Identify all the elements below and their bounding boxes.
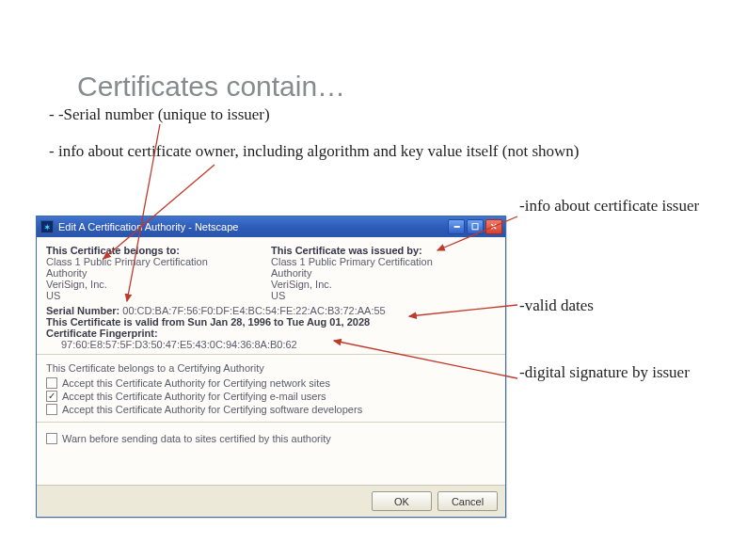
ok-button[interactable]: OK [372,491,432,511]
issued-by-header: This Certificate was issued by: [271,245,496,256]
cert-org: VeriSign, Inc. [46,279,271,290]
cert-country: US [46,290,271,301]
checkbox-icon[interactable] [46,404,57,415]
fingerprint-value: 97:60:E8:57:5F:D3:50:47:E5:43:0C:94:36:8… [46,339,496,350]
dialog-titlebar: ✶ Edit A Certification Authority - Netsc… [37,216,505,237]
cancel-button[interactable]: Cancel [437,491,498,511]
checkbox-label: Accept this Certificate Authority for Ce… [62,377,330,389]
issuer-name-line1: Class 1 Public Primary Certification [271,256,496,267]
checkbox-row-network[interactable]: Accept this Certificate Authority for Ce… [46,376,496,390]
warn-section: Warn before sending data to sites certif… [37,423,505,485]
belongs-to-header: This Certificate belongs to: [46,245,271,256]
serial-label: Serial Number: [46,305,119,316]
bullet-serial: - -Serial number (unique to issuer) [49,105,270,124]
checkbox-row-warn[interactable]: Warn before sending data to sites certif… [46,432,496,445]
checkbox-label: Accept this Certificate Authority for Ce… [62,404,362,415]
issued-by-column: This Certificate was issued by: Class 1 … [271,245,496,301]
cert-authority-dialog: ✶ Edit A Certification Authority - Netsc… [36,216,506,518]
issuer-name-line2: Authority [271,267,496,279]
serial-row: Serial Number: 00:CD:BA:7F:56:F0:DF:E4:B… [46,305,496,316]
cert-details-section: This Certificate belongs to: Class 1 Pub… [37,237,505,355]
issuer-org: VeriSign, Inc. [271,279,496,290]
checkbox-icon[interactable] [46,433,57,444]
label-digital-signature: -digital signature by issuer [519,362,707,384]
maximize-button[interactable]: ☐ [467,219,484,234]
slide-title: Certificates contain… [77,71,345,103]
bullet-owner-info: - info about certificate owner, includin… [49,139,689,164]
label-valid-dates: -valid dates [519,296,594,315]
cert-name-line2: Authority [46,267,271,279]
belongs-to-column: This Certificate belongs to: Class 1 Pub… [46,245,271,301]
label-issuer-info: -info about certificate issuer [519,196,703,217]
checkbox-label: Warn before sending data to sites certif… [62,433,331,444]
checkbox-row-email[interactable]: Accept this Certificate Authority for Ce… [46,390,496,403]
checkbox-row-software[interactable]: Accept this Certificate Authority for Ce… [46,403,496,416]
netscape-icon: ✶ [40,220,54,233]
close-button[interactable]: ✕ [485,219,502,234]
dialog-button-bar: OK Cancel [37,485,505,517]
accept-options-section: This Certificate belongs to a Certifying… [37,355,505,423]
checkbox-icon[interactable] [46,391,57,402]
minimize-button[interactable]: ━ [448,219,465,234]
ca-statement: This Certificate belongs to a Certifying… [46,362,496,374]
fingerprint-label: Certificate Fingerprint: [46,328,496,339]
validity-row: This Certificate is valid from Sun Jan 2… [46,316,496,328]
checkbox-icon[interactable] [46,377,57,389]
serial-value: 00:CD:BA:7F:56:F0:DF:E4:BC:54:FE:22:AC:B… [122,305,385,316]
checkbox-label: Accept this Certificate Authority for Ce… [62,391,326,402]
issuer-country: US [271,290,496,301]
dialog-title: Edit A Certification Authority - Netscap… [58,221,448,232]
cert-name-line1: Class 1 Public Primary Certification [46,256,271,267]
